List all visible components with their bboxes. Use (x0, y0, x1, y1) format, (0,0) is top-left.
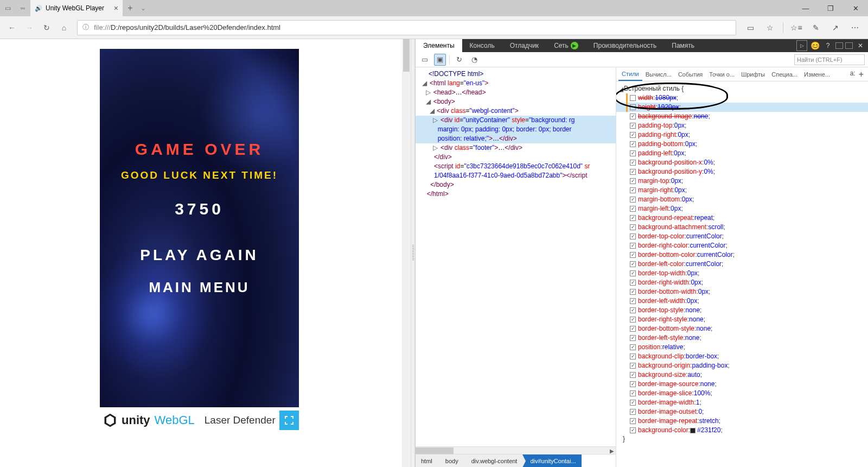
page-scrollbar[interactable] (402, 39, 411, 467)
select-element-icon[interactable]: ▭ (419, 54, 431, 66)
prop-checkbox[interactable] (630, 104, 636, 110)
reading-view-icon[interactable]: ▭ (742, 20, 759, 35)
color-picker-icon[interactable]: ◔ (468, 54, 480, 66)
css-prop-row[interactable]: ✓border-image-width: 1; (616, 398, 868, 407)
devtools-close-icon[interactable]: ✕ (855, 40, 866, 51)
tab-computed[interactable]: Вычисл... (642, 67, 675, 81)
prop-checkbox[interactable]: ✓ (630, 270, 636, 276)
devtools-splitter[interactable] (411, 39, 415, 467)
dom-node[interactable]: 1/04f8aa16-f377-41c0-9aed-0d5a8bd72abb">… (416, 171, 616, 180)
breadcrumb-container[interactable]: div#unityContai... (522, 455, 581, 467)
css-prop-row[interactable]: ✓background-origin: padding-box; (616, 361, 868, 370)
prop-checkbox[interactable]: ✓ (630, 307, 636, 313)
prop-checkbox[interactable]: ✓ (630, 224, 636, 230)
emoji-icon[interactable]: 😊 (809, 40, 820, 51)
css-prop-row[interactable]: ✓border-left-style: none; (616, 333, 868, 343)
dom-node[interactable]: ◢ <body> (416, 97, 616, 106)
tab-console[interactable]: Консоль (462, 39, 502, 52)
refresh-button[interactable]: ↻ (39, 20, 54, 35)
breadcrumb-webgl[interactable]: div.webgl-content (464, 455, 523, 467)
css-prop-row[interactable]: ✓border-image-outset: 0; (616, 407, 868, 416)
css-prop-row[interactable]: ✓padding-bottom: 0px; (616, 140, 868, 149)
dom-node[interactable]: ◢ <html lang="en-us"> (416, 79, 616, 88)
tab-performance[interactable]: Производительность (586, 39, 664, 52)
styles-rules[interactable]: ◢Встроенный стиль { width: 1080px;height… (616, 81, 868, 467)
css-prop-row[interactable]: height: 1920px; (616, 103, 868, 112)
inline-style-rule[interactable]: ◢Встроенный стиль { (616, 81, 868, 93)
prop-checkbox[interactable]: ✓ (630, 289, 636, 295)
close-button[interactable]: ✕ (843, 0, 868, 16)
url-input[interactable]: ⓘ file:///D:/repos/unity2D/builds/Laser%… (77, 20, 736, 35)
css-prop-row[interactable]: ✓border-image-repeat: stretch; (616, 416, 868, 426)
css-prop-row[interactable]: ✓border-left-width: 0px; (616, 296, 868, 306)
css-prop-row[interactable]: ✓background-size: auto; (616, 370, 868, 380)
prop-checkbox[interactable]: ✓ (630, 261, 636, 267)
prop-checkbox[interactable]: ✓ (630, 354, 636, 359)
tab-events[interactable]: События (675, 67, 706, 81)
breadcrumb-html[interactable]: html (416, 455, 438, 467)
css-prop-row[interactable]: ✓border-bottom-width: 0px; (616, 287, 868, 296)
pseudo-toggle[interactable]: a: (850, 70, 856, 79)
dom-node-selected[interactable]: margin: 0px; padding: 0px; border: 0px; … (416, 125, 616, 134)
css-prop-row[interactable]: ✓padding-left: 0px; (616, 149, 868, 158)
prop-checkbox[interactable]: ✓ (630, 372, 636, 378)
css-prop-row[interactable]: ✓border-image-slice: 100%; (616, 389, 868, 398)
tab-styles[interactable]: Стили (618, 67, 642, 81)
new-tab-button[interactable]: + (123, 3, 138, 13)
css-prop-row[interactable]: ✓margin-right: 0px; (616, 186, 868, 195)
prop-checkbox[interactable]: ✓ (630, 363, 636, 369)
play-again-button[interactable]: PLAY AGAIN (100, 247, 299, 264)
css-prop-row[interactable]: ✓border-top-style: none; (616, 306, 868, 315)
dom-node[interactable]: </div> (416, 153, 616, 162)
dom-node[interactable]: </html> (416, 190, 616, 199)
prop-checkbox[interactable]: ✓ (630, 252, 636, 258)
prop-checkbox[interactable]: ✓ (630, 215, 636, 221)
site-info-icon[interactable]: ⓘ (81, 23, 91, 32)
dom-node[interactable]: <!DOCTYPE html> (416, 70, 616, 79)
css-prop-row[interactable]: ✓background-attachment: scroll; (616, 223, 868, 232)
prop-checkbox[interactable]: ✓ (630, 178, 636, 184)
dom-node[interactable]: ◢ <div class="webgl-content"> (416, 106, 616, 116)
prop-checkbox[interactable]: ✓ (630, 243, 636, 249)
prop-checkbox[interactable]: ✓ (630, 400, 636, 406)
prop-checkbox[interactable]: ✓ (630, 141, 636, 147)
prop-checkbox[interactable]: ✓ (630, 169, 636, 175)
dom-node[interactable]: ▷ <div class="footer">…</div> (416, 143, 616, 153)
browser-tab-active[interactable]: 🔊 Unity WebGL Player × (30, 0, 123, 16)
prop-checkbox[interactable]: ✓ (630, 280, 636, 286)
css-prop-row[interactable]: ✓padding-top: 0px; (616, 121, 868, 130)
css-prop-row[interactable]: ✓border-top-width: 0px; (616, 269, 868, 278)
prop-checkbox[interactable]: ✓ (630, 335, 636, 341)
css-prop-row[interactable]: ✓background-clip: border-box; (616, 352, 868, 361)
prop-checkbox[interactable]: ✓ (630, 326, 636, 332)
css-prop-row[interactable]: ✓background-position-x: 0%; (616, 158, 868, 167)
css-prop-row[interactable]: ✓margin-top: 0px; (616, 176, 868, 186)
share-icon[interactable]: ↗ (827, 20, 844, 35)
color-swatch[interactable] (690, 428, 695, 433)
fullscreen-button[interactable] (279, 411, 299, 430)
tab-breakpoints[interactable]: Точки о... (706, 67, 738, 81)
favorites-bar-icon[interactable]: ☆≡ (788, 20, 805, 35)
breadcrumb-body[interactable]: body (438, 455, 464, 467)
minimize-button[interactable]: — (793, 0, 818, 16)
favorite-icon[interactable]: ☆ (761, 20, 778, 35)
prop-checkbox[interactable]: ✓ (630, 187, 636, 193)
css-prop-row[interactable]: ✓border-right-style: none; (616, 315, 868, 324)
css-prop-row[interactable]: ✓border-right-color: currentColor; (616, 241, 868, 250)
home-button[interactable]: ⌂ (56, 20, 72, 35)
prop-checkbox[interactable]: ✓ (630, 390, 636, 396)
css-prop-row[interactable]: ✓border-left-color: currentColor; (616, 260, 868, 269)
tab-elements[interactable]: Элементы (416, 39, 462, 52)
highlight-icon[interactable]: ▣ (434, 54, 446, 66)
prop-checkbox[interactable]: ✓ (630, 160, 636, 166)
main-menu-button[interactable]: MAIN MENU (100, 279, 299, 296)
css-prop-row[interactable]: ✓border-top-color: currentColor; (616, 232, 868, 241)
css-prop-row[interactable]: ✓background-image: none; (616, 112, 868, 121)
css-prop-row[interactable]: ✓margin-bottom: 0px; (616, 195, 868, 204)
css-prop-row[interactable]: ✓margin-left: 0px; (616, 204, 868, 213)
dom-tree[interactable]: <!DOCTYPE html> ◢ <html lang="en-us"> ▷ … (416, 67, 616, 446)
prop-checkbox[interactable]: ✓ (630, 234, 636, 239)
css-prop-row[interactable]: ✓border-bottom-color: currentColor; (616, 250, 868, 260)
prop-checkbox[interactable]: ✓ (630, 197, 636, 203)
notes-icon[interactable]: ✎ (807, 20, 825, 35)
